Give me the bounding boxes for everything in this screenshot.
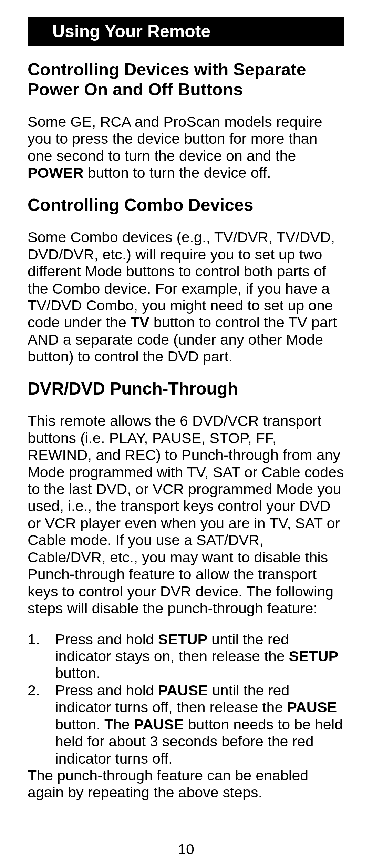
para-combo-devices: Some Combo devices (e.g., TV/DVR, TV/DVD… [28,229,344,365]
text: Some GE, RCA and ProScan models require … [28,113,322,164]
para-punch-through: This remote allows the 6 DVD/VCR transpo… [28,412,344,617]
text: button to turn the device off. [83,164,271,181]
text-bold: SETUP [289,648,338,664]
text: Press and hold [55,631,158,647]
text-bold: SETUP [158,631,207,647]
page-number: 10 [0,841,372,858]
step-2: Press and hold PAUSE until the red indic… [55,682,344,767]
text-bold: PAUSE [287,699,337,715]
heading-punch-through: DVR/DVD Punch-Through [28,379,344,399]
section-banner: Using Your Remote [28,17,344,46]
heading-combo-devices: Controlling Combo Devices [28,195,344,215]
text-bold: POWER [28,164,83,181]
step-1: Press and hold SETUP until the red indic… [55,631,344,682]
text: button. The [55,716,134,733]
steps-list: Press and hold SETUP until the red indic… [28,631,344,767]
text: button. [55,665,101,681]
para-reenable: The punch-through feature can be enabled… [28,767,344,801]
heading-separate-power: Controlling Devices with Separate Power … [28,60,344,100]
manual-page: Using Your Remote Controlling Devices wi… [0,0,372,868]
text-bold: PAUSE [134,716,184,733]
text-bold: PAUSE [158,682,208,698]
para-separate-power: Some GE, RCA and ProScan models require … [28,113,344,182]
text: Press and hold [55,682,158,698]
text-bold: TV [131,314,149,330]
